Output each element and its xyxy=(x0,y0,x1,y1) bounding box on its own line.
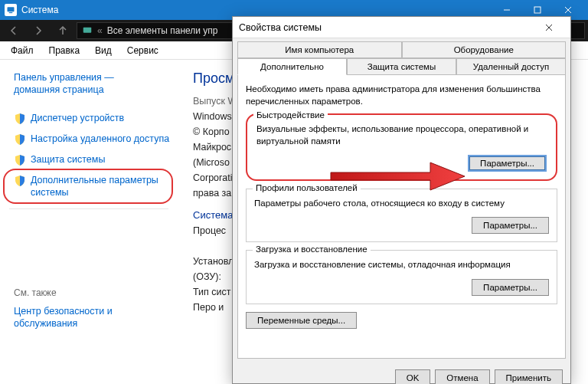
sidebar-advanced-system-settings[interactable]: Дополнительные параметры системы xyxy=(0,170,178,203)
sidebar-home[interactable]: Панель управления — домашняя страница xyxy=(0,67,178,100)
menu-edit[interactable]: Правка xyxy=(41,45,88,56)
performance-settings-button[interactable]: Параметры... xyxy=(468,155,547,172)
performance-desc: Визуальные эффекты, использование процес… xyxy=(256,123,547,147)
recovery-settings-button[interactable]: Параметры... xyxy=(472,279,549,296)
dialog-close-button[interactable] xyxy=(534,17,564,38)
profiles-title: Профили пользователей xyxy=(253,183,361,192)
shield-icon xyxy=(14,133,26,146)
shield-icon xyxy=(14,154,26,166)
recovery-group: Загрузка и восстановление Загрузка и вос… xyxy=(246,250,557,304)
sidebar-security-center[interactable]: Центр безопасности и обслуживания xyxy=(0,301,178,334)
sidebar-system-protection[interactable]: Защита системы xyxy=(0,149,178,170)
breadcrumb-text: Все элементы панели упр xyxy=(107,25,218,36)
system-properties-dialog: Свойства системы Имя компьютера Оборудов… xyxy=(232,16,571,384)
tab-remote[interactable]: Удаленный доступ xyxy=(456,58,566,75)
up-button[interactable] xyxy=(52,21,74,40)
profiles-settings-button[interactable]: Параметры... xyxy=(472,217,549,234)
sidebar: Панель управления — домашняя страница Ди… xyxy=(0,60,178,384)
profiles-group: Профили пользователей Параметры рабочего… xyxy=(246,189,557,242)
svg-rect-0 xyxy=(8,7,15,11)
cancel-button[interactable]: Отмена xyxy=(435,369,489,384)
control-panel-icon xyxy=(82,25,93,36)
env-vars-button[interactable]: Переменные среды... xyxy=(246,312,357,329)
performance-group: Быстродействие Визуальные эффекты, испол… xyxy=(246,113,557,181)
recovery-title: Загрузка и восстановление xyxy=(253,245,371,254)
window-title: Система xyxy=(21,5,58,15)
menu-file[interactable]: Файл xyxy=(3,45,41,56)
ok-button[interactable]: OK xyxy=(395,369,431,384)
svg-rect-1 xyxy=(9,12,13,13)
see-also-label: См. также xyxy=(0,284,178,301)
tab-panel-advanced: Необходимо иметь права администратора дл… xyxy=(237,75,566,359)
dialog-title: Свойства системы xyxy=(239,22,322,33)
menu-service[interactable]: Сервис xyxy=(119,45,166,56)
tab-row-1: Имя компьютера Оборудование xyxy=(233,38,570,58)
back-button[interactable] xyxy=(3,21,24,40)
tab-system-protection[interactable]: Защита системы xyxy=(347,58,456,75)
profiles-desc: Параметры рабочего стола, относящиеся ко… xyxy=(254,197,549,209)
shield-icon xyxy=(14,175,26,187)
sidebar-remote-settings[interactable]: Настройка удаленного доступа xyxy=(0,129,178,149)
shield-icon xyxy=(14,113,26,125)
menu-view[interactable]: Вид xyxy=(87,45,119,56)
recovery-desc: Загрузка и восстановление системы, отлад… xyxy=(254,258,549,271)
performance-title: Быстродействие xyxy=(253,110,328,120)
svg-rect-3 xyxy=(534,7,541,13)
forward-button[interactable] xyxy=(28,21,49,40)
sidebar-device-manager[interactable]: Диспетчер устройств xyxy=(0,108,178,129)
tab-row-2: Дополнительно Защита системы Удаленный д… xyxy=(233,58,570,75)
apply-button[interactable]: Применить xyxy=(495,369,563,384)
dialog-titlebar: Свойства системы xyxy=(233,17,570,38)
tab-advanced[interactable]: Дополнительно xyxy=(237,58,347,75)
dialog-button-bar: OK Отмена Применить xyxy=(233,363,570,384)
tab-hardware[interactable]: Оборудование xyxy=(402,41,567,58)
system-icon xyxy=(5,4,17,16)
svg-rect-6 xyxy=(83,28,92,33)
intro-text: Необходимо иметь права администратора дл… xyxy=(246,83,557,107)
tab-computer-name[interactable]: Имя компьютера xyxy=(237,41,402,58)
